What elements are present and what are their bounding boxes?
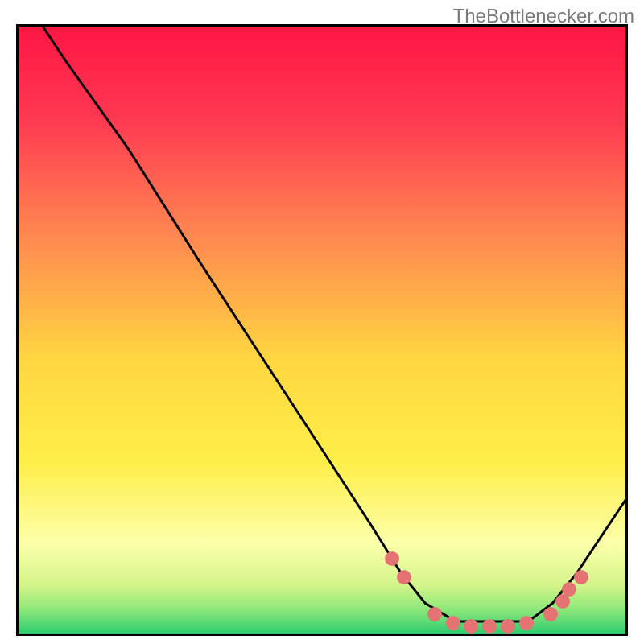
bottleneck-curve bbox=[19, 27, 625, 634]
data-marker bbox=[574, 570, 588, 584]
data-marker bbox=[562, 582, 576, 597]
attribution-watermark: TheBottlenecker.com bbox=[453, 5, 634, 27]
data-marker bbox=[427, 607, 442, 621]
data-marker bbox=[385, 551, 399, 566]
data-marker bbox=[482, 619, 497, 634]
data-marker bbox=[397, 570, 411, 584]
data-marker bbox=[501, 619, 515, 634]
data-marker bbox=[464, 619, 478, 634]
data-marker bbox=[446, 616, 460, 630]
data-marker bbox=[519, 616, 534, 630]
data-marker bbox=[543, 607, 558, 621]
chart-plot-area bbox=[16, 24, 628, 636]
